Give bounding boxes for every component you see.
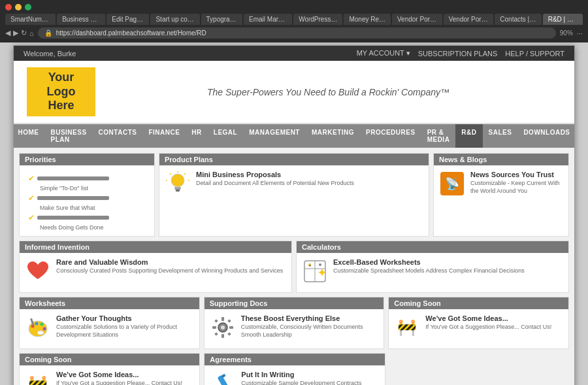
- news-blogs-card: News & Blogs 📡 News Sources You Trust Cu…: [433, 153, 569, 237]
- minimize-dot[interactable]: [15, 4, 22, 10]
- agreements-body: Put It In Writing Customizable Sample De…: [204, 365, 384, 385]
- palette-icon: [25, 314, 51, 341]
- forward-button[interactable]: ▶: [13, 29, 18, 37]
- my-account-link[interactable]: MY ACCOUNT ▾: [357, 49, 410, 58]
- calculators-desc: Customizable Spreadsheet Models Address …: [333, 267, 525, 275]
- product-plans-text: Mini Business Proposals Detail and Docum…: [196, 171, 354, 188]
- check-icon-1: ✔: [28, 174, 35, 183]
- nav-management[interactable]: MANAGEMENT: [243, 124, 306, 148]
- priorities-list: ✔ Simple "To-Do" list ✔ Make Sure that W…: [28, 174, 109, 231]
- coming-soon-1-title: We've Got Some Ideas...: [425, 314, 551, 322]
- calculators-card: Calculators + ✦ E: [296, 241, 569, 293]
- pen-icon: [210, 371, 236, 385]
- coming-soon-2-desc: If You've Got a Suggestion Please... Con…: [56, 380, 182, 385]
- browser-tab[interactable]: Business Po...: [57, 14, 105, 25]
- nav-hr[interactable]: HR: [186, 124, 207, 148]
- priority-text-1: Simple "To-Do" list: [40, 185, 109, 192]
- svg-rect-27: [212, 326, 216, 329]
- informed-invention-body: Rare and Valuable Wisdom Consciously Cur…: [20, 253, 291, 292]
- browser-tab[interactable]: Vendor Portu...: [392, 14, 442, 25]
- supporting-docs-header: Supporting Docs: [204, 297, 384, 309]
- maximize-dot[interactable]: [25, 4, 31, 10]
- nav-buttons: ◀ ▶ ↻ ⌂: [5, 29, 34, 37]
- svg-point-0: [171, 174, 184, 187]
- zoom-level: 90%: [560, 29, 573, 37]
- supporting-docs-card: Supporting Docs: [204, 297, 385, 349]
- priority-line-1: ✔: [28, 174, 109, 183]
- back-button[interactable]: ◀: [5, 29, 10, 37]
- help-link[interactable]: HELP / SUPPORT: [505, 50, 564, 58]
- browser-tab[interactable]: Start up com...: [150, 14, 199, 25]
- nav-sales[interactable]: SALES: [483, 124, 518, 148]
- top-navigation: Welcome, Burke MY ACCOUNT ▾ SUBSCRIPTION…: [14, 46, 574, 61]
- row-1: Priorities ✔ Simple "To-Do" list ✔ Make …: [19, 153, 569, 237]
- subscription-link[interactable]: SUBSCRIPTION PLANS: [418, 50, 498, 58]
- refresh-button[interactable]: ↻: [21, 29, 27, 37]
- heart-icon: [25, 258, 51, 284]
- news-blogs-body: 📡 News Sources You Trust Customizable - …: [434, 165, 568, 205]
- news-blogs-header: News & Blogs: [434, 154, 568, 165]
- calculators-text: Excell-Based Worksheets Customizable Spr…: [333, 258, 525, 275]
- worksheets-header: Worksheets: [20, 297, 199, 309]
- svg-point-13: [319, 263, 321, 266]
- browser-tab[interactable]: Edit Page ◀: [106, 14, 149, 25]
- svg-rect-2: [175, 189, 180, 190]
- nav-downloads[interactable]: DOWNLOADS: [517, 124, 576, 148]
- nav-pr-media[interactable]: PR & MEDIA: [421, 124, 456, 148]
- home-button[interactable]: ⌂: [29, 29, 34, 37]
- browser-tab-active[interactable]: R&D | Bu...: [543, 14, 583, 25]
- product-plans-header: Product Plans: [159, 154, 429, 165]
- agreements-card: Agreements Put It In Writing Customizabl…: [204, 353, 385, 385]
- priority-text-2: Make Sure that What: [40, 205, 109, 211]
- lightbulb-icon: [165, 171, 191, 197]
- more-options[interactable]: ···: [577, 29, 583, 37]
- svg-rect-25: [221, 317, 224, 321]
- browser-tab[interactable]: Email Marke...: [244, 14, 292, 25]
- coming-soon-2-card: Coming Soon 🚧 We've Got Some Ideas... If…: [19, 353, 200, 385]
- svg-line-5: [170, 173, 171, 175]
- coming-soon-1-text: We've Got Some Ideas... If You've Got a …: [425, 314, 551, 331]
- main-navigation: HOME BUSINESS PLAN CONTACTS FINANCE HR L…: [14, 124, 574, 148]
- informed-invention-title: Rare and Valuable Wisdom: [56, 258, 283, 266]
- nav-contacts[interactable]: CONTACTS: [93, 124, 143, 148]
- coming-soon-2-text: We've Got Some Ideas... If You've Got a …: [56, 371, 182, 385]
- svg-point-21: [37, 331, 44, 335]
- svg-rect-3: [176, 190, 180, 192]
- agreements-desc: Customizable Sample Development Contract…: [241, 380, 361, 385]
- nav-rd[interactable]: R&D: [455, 124, 482, 148]
- nav-procedures[interactable]: PROCEDURES: [360, 124, 421, 148]
- nav-legal[interactable]: LEGAL: [208, 124, 243, 148]
- address-bar[interactable]: 🔒 https://dashboard.palmbeachsoftware.ne…: [38, 27, 556, 39]
- browser-tab[interactable]: Money Revi...: [344, 14, 391, 25]
- product-plans-body: Mini Business Proposals Detail and Docum…: [159, 165, 429, 205]
- tab-bar: SmartNumbe... Business Po... Edit Page ◀…: [5, 14, 583, 25]
- coming-soon-1-card: Coming Soon 🚧 We've Got Some Ideas... If…: [388, 297, 569, 349]
- nav-business-plan[interactable]: BUSINESS PLAN: [44, 124, 92, 148]
- supporting-docs-text: These Boost Everything Else Customizable…: [241, 314, 379, 339]
- browser-tab[interactable]: WordPress T...: [293, 14, 342, 25]
- browser-tab[interactable]: Contacts | F...: [495, 14, 541, 25]
- close-dot[interactable]: [5, 4, 12, 10]
- gear-icon: [210, 314, 236, 341]
- news-blogs-text: News Sources You Trust Customizable - Ke…: [470, 171, 563, 195]
- browser-tab[interactable]: Vendor Portu...: [444, 14, 494, 25]
- product-plans-card: Product Plans: [159, 153, 429, 237]
- browser-tab[interactable]: SmartNumbe...: [5, 14, 56, 25]
- coming-soon-1-desc: If You've Got a Suggestion Please... Con…: [425, 324, 551, 331]
- supporting-docs-desc: Customizable, Consciously Written Docume…: [241, 324, 379, 339]
- browser-tab[interactable]: Typography: [201, 14, 243, 25]
- worksheets-body: Gather Your Thoughts Customizable Soluti…: [20, 309, 199, 348]
- svg-text:+: +: [308, 263, 312, 269]
- calculators-body: + ✦ Excell-Based Worksheets Customizable…: [297, 253, 568, 292]
- nav-finance[interactable]: FINANCE: [142, 124, 186, 148]
- svg-rect-29: [214, 319, 218, 323]
- svg-rect-32: [227, 332, 231, 336]
- priority-line-3: ✔: [28, 213, 109, 222]
- priorities-card: Priorities ✔ Simple "To-Do" list ✔ Make …: [19, 153, 155, 237]
- nav-home[interactable]: HOME: [12, 124, 44, 148]
- site-header: YourLogoHere The Super-Powers You Need t…: [14, 61, 574, 124]
- priority-line-2: ✔: [28, 193, 109, 203]
- priorities-header: Priorities: [20, 154, 154, 165]
- nav-marketing[interactable]: MARKETING: [306, 124, 360, 148]
- row-4: Coming Soon 🚧 We've Got Some Ideas... If…: [19, 353, 569, 385]
